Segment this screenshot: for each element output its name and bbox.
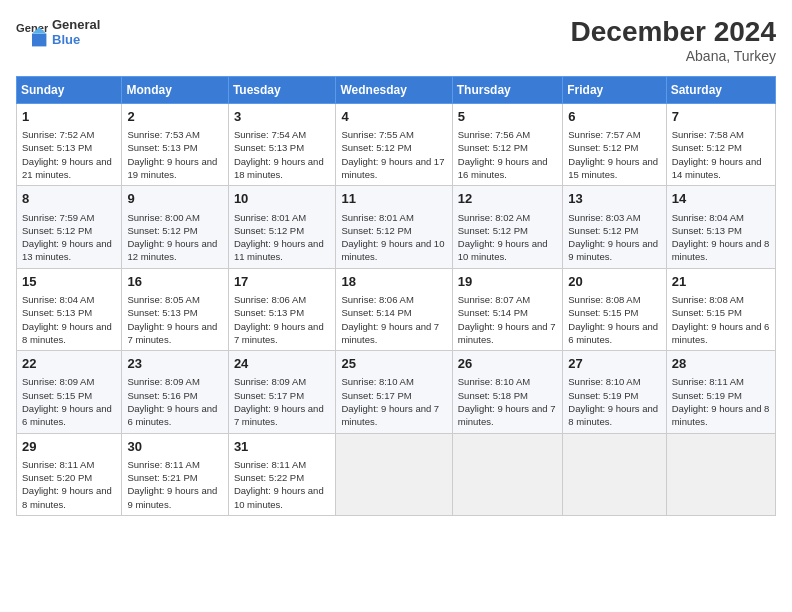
day-number: 29 (22, 438, 116, 456)
day-info: Sunrise: 8:07 AMSunset: 5:14 PMDaylight:… (458, 293, 557, 346)
day-number: 28 (672, 355, 770, 373)
logo: General General Blue (16, 16, 100, 48)
calendar-cell: 11Sunrise: 8:01 AMSunset: 5:12 PMDayligh… (336, 186, 452, 268)
day-info: Sunrise: 8:09 AMSunset: 5:17 PMDaylight:… (234, 375, 331, 428)
day-number: 18 (341, 273, 446, 291)
calendar-cell (452, 433, 562, 515)
week-row-3: 15Sunrise: 8:04 AMSunset: 5:13 PMDayligh… (17, 268, 776, 350)
day-info: Sunrise: 8:10 AMSunset: 5:17 PMDaylight:… (341, 375, 446, 428)
day-info: Sunrise: 8:04 AMSunset: 5:13 PMDaylight:… (672, 211, 770, 264)
calendar-cell: 5Sunrise: 7:56 AMSunset: 5:12 PMDaylight… (452, 104, 562, 186)
day-number: 6 (568, 108, 660, 126)
calendar-cell: 14Sunrise: 8:04 AMSunset: 5:13 PMDayligh… (666, 186, 775, 268)
day-info: Sunrise: 8:01 AMSunset: 5:12 PMDaylight:… (341, 211, 446, 264)
calendar-cell: 22Sunrise: 8:09 AMSunset: 5:15 PMDayligh… (17, 351, 122, 433)
day-info: Sunrise: 7:55 AMSunset: 5:12 PMDaylight:… (341, 128, 446, 181)
day-info: Sunrise: 8:04 AMSunset: 5:13 PMDaylight:… (22, 293, 116, 346)
day-info: Sunrise: 8:08 AMSunset: 5:15 PMDaylight:… (568, 293, 660, 346)
day-info: Sunrise: 7:58 AMSunset: 5:12 PMDaylight:… (672, 128, 770, 181)
col-header-monday: Monday (122, 77, 228, 104)
day-number: 3 (234, 108, 331, 126)
day-info: Sunrise: 7:56 AMSunset: 5:12 PMDaylight:… (458, 128, 557, 181)
day-number: 12 (458, 190, 557, 208)
day-number: 22 (22, 355, 116, 373)
calendar-table: SundayMondayTuesdayWednesdayThursdayFrid… (16, 76, 776, 516)
day-info: Sunrise: 8:11 AMSunset: 5:20 PMDaylight:… (22, 458, 116, 511)
week-row-4: 22Sunrise: 8:09 AMSunset: 5:15 PMDayligh… (17, 351, 776, 433)
day-info: Sunrise: 8:09 AMSunset: 5:15 PMDaylight:… (22, 375, 116, 428)
calendar-cell: 13Sunrise: 8:03 AMSunset: 5:12 PMDayligh… (563, 186, 666, 268)
calendar-cell: 9Sunrise: 8:00 AMSunset: 5:12 PMDaylight… (122, 186, 228, 268)
calendar-cell: 26Sunrise: 8:10 AMSunset: 5:18 PMDayligh… (452, 351, 562, 433)
calendar-cell: 7Sunrise: 7:58 AMSunset: 5:12 PMDaylight… (666, 104, 775, 186)
day-number: 11 (341, 190, 446, 208)
calendar-cell: 24Sunrise: 8:09 AMSunset: 5:17 PMDayligh… (228, 351, 336, 433)
calendar-cell: 19Sunrise: 8:07 AMSunset: 5:14 PMDayligh… (452, 268, 562, 350)
calendar-cell: 31Sunrise: 8:11 AMSunset: 5:22 PMDayligh… (228, 433, 336, 515)
month-title: December 2024 (571, 16, 776, 48)
week-row-1: 1Sunrise: 7:52 AMSunset: 5:13 PMDaylight… (17, 104, 776, 186)
day-number: 21 (672, 273, 770, 291)
day-number: 9 (127, 190, 222, 208)
day-info: Sunrise: 8:08 AMSunset: 5:15 PMDaylight:… (672, 293, 770, 346)
day-number: 31 (234, 438, 331, 456)
calendar-cell: 4Sunrise: 7:55 AMSunset: 5:12 PMDaylight… (336, 104, 452, 186)
day-info: Sunrise: 8:11 AMSunset: 5:21 PMDaylight:… (127, 458, 222, 511)
calendar-cell (336, 433, 452, 515)
title-block: December 2024 Abana, Turkey (571, 16, 776, 64)
calendar-cell: 23Sunrise: 8:09 AMSunset: 5:16 PMDayligh… (122, 351, 228, 433)
day-info: Sunrise: 7:54 AMSunset: 5:13 PMDaylight:… (234, 128, 331, 181)
day-info: Sunrise: 8:10 AMSunset: 5:18 PMDaylight:… (458, 375, 557, 428)
day-info: Sunrise: 8:09 AMSunset: 5:16 PMDaylight:… (127, 375, 222, 428)
day-number: 15 (22, 273, 116, 291)
day-number: 30 (127, 438, 222, 456)
day-info: Sunrise: 7:59 AMSunset: 5:12 PMDaylight:… (22, 211, 116, 264)
day-number: 8 (22, 190, 116, 208)
day-number: 2 (127, 108, 222, 126)
day-number: 25 (341, 355, 446, 373)
svg-marker-1 (32, 34, 46, 47)
calendar-cell: 18Sunrise: 8:06 AMSunset: 5:14 PMDayligh… (336, 268, 452, 350)
page-header: General General Blue December 2024 Abana… (16, 16, 776, 64)
calendar-cell: 2Sunrise: 7:53 AMSunset: 5:13 PMDaylight… (122, 104, 228, 186)
col-header-friday: Friday (563, 77, 666, 104)
calendar-cell: 28Sunrise: 8:11 AMSunset: 5:19 PMDayligh… (666, 351, 775, 433)
calendar-cell: 1Sunrise: 7:52 AMSunset: 5:13 PMDaylight… (17, 104, 122, 186)
day-info: Sunrise: 7:53 AMSunset: 5:13 PMDaylight:… (127, 128, 222, 181)
day-info: Sunrise: 8:05 AMSunset: 5:13 PMDaylight:… (127, 293, 222, 346)
day-info: Sunrise: 8:11 AMSunset: 5:22 PMDaylight:… (234, 458, 331, 511)
day-info: Sunrise: 8:06 AMSunset: 5:13 PMDaylight:… (234, 293, 331, 346)
day-number: 24 (234, 355, 331, 373)
day-number: 7 (672, 108, 770, 126)
calendar-cell: 30Sunrise: 8:11 AMSunset: 5:21 PMDayligh… (122, 433, 228, 515)
calendar-cell: 12Sunrise: 8:02 AMSunset: 5:12 PMDayligh… (452, 186, 562, 268)
day-info: Sunrise: 8:01 AMSunset: 5:12 PMDaylight:… (234, 211, 331, 264)
col-header-tuesday: Tuesday (228, 77, 336, 104)
day-number: 5 (458, 108, 557, 126)
calendar-cell: 10Sunrise: 8:01 AMSunset: 5:12 PMDayligh… (228, 186, 336, 268)
day-number: 16 (127, 273, 222, 291)
day-number: 20 (568, 273, 660, 291)
col-header-wednesday: Wednesday (336, 77, 452, 104)
day-number: 23 (127, 355, 222, 373)
day-number: 19 (458, 273, 557, 291)
calendar-cell: 16Sunrise: 8:05 AMSunset: 5:13 PMDayligh… (122, 268, 228, 350)
day-info: Sunrise: 8:02 AMSunset: 5:12 PMDaylight:… (458, 211, 557, 264)
day-number: 17 (234, 273, 331, 291)
day-info: Sunrise: 8:06 AMSunset: 5:14 PMDaylight:… (341, 293, 446, 346)
day-number: 4 (341, 108, 446, 126)
calendar-cell: 20Sunrise: 8:08 AMSunset: 5:15 PMDayligh… (563, 268, 666, 350)
col-header-sunday: Sunday (17, 77, 122, 104)
calendar-cell: 27Sunrise: 8:10 AMSunset: 5:19 PMDayligh… (563, 351, 666, 433)
week-row-2: 8Sunrise: 7:59 AMSunset: 5:12 PMDaylight… (17, 186, 776, 268)
calendar-cell: 8Sunrise: 7:59 AMSunset: 5:12 PMDaylight… (17, 186, 122, 268)
calendar-cell (666, 433, 775, 515)
day-number: 14 (672, 190, 770, 208)
calendar-cell: 15Sunrise: 8:04 AMSunset: 5:13 PMDayligh… (17, 268, 122, 350)
calendar-cell: 25Sunrise: 8:10 AMSunset: 5:17 PMDayligh… (336, 351, 452, 433)
calendar-cell: 17Sunrise: 8:06 AMSunset: 5:13 PMDayligh… (228, 268, 336, 350)
day-info: Sunrise: 7:57 AMSunset: 5:12 PMDaylight:… (568, 128, 660, 181)
day-number: 26 (458, 355, 557, 373)
calendar-cell: 21Sunrise: 8:08 AMSunset: 5:15 PMDayligh… (666, 268, 775, 350)
week-row-5: 29Sunrise: 8:11 AMSunset: 5:20 PMDayligh… (17, 433, 776, 515)
